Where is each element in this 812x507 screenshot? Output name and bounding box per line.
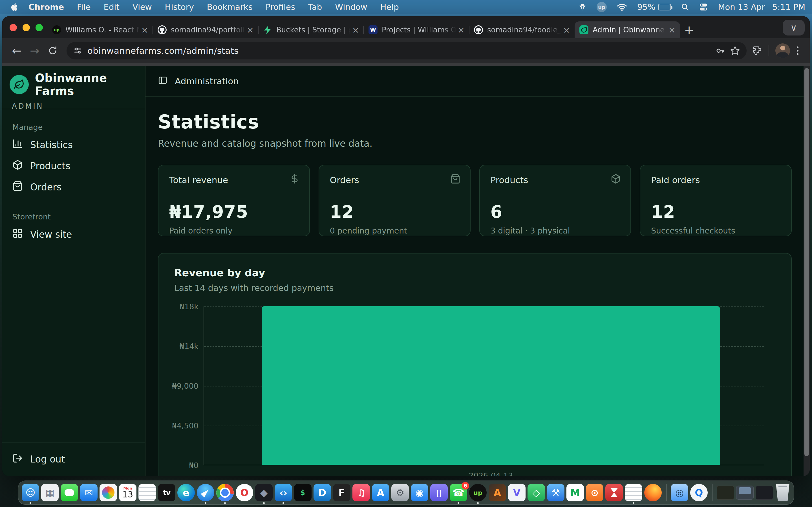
- wifi-icon[interactable]: [617, 3, 627, 11]
- tab-search-chevron-icon[interactable]: ∨: [783, 20, 805, 36]
- browser-tab[interactable]: W Projects | Williams Onua ×: [364, 21, 469, 38]
- minimize-window-button[interactable]: [22, 24, 30, 31]
- battery-indicator[interactable]: 95%: [637, 2, 671, 12]
- package-icon: [12, 160, 23, 172]
- mongodb-dock-icon[interactable]: M: [566, 484, 584, 501]
- shield-status-icon[interactable]: [578, 3, 587, 11]
- upwork-status-icon[interactable]: up: [597, 2, 607, 12]
- close-window-button[interactable]: [10, 24, 17, 31]
- safari-dock-icon[interactable]: [197, 484, 214, 501]
- xcode-dock-icon[interactable]: ⚒: [547, 484, 564, 501]
- minimized-window[interactable]: [717, 486, 734, 500]
- calendar-dock-icon[interactable]: Mon 13: [119, 484, 137, 501]
- sheets-dock-icon[interactable]: [625, 484, 642, 501]
- reload-button[interactable]: [45, 43, 61, 59]
- launchpad-dock-icon[interactable]: ▦: [41, 484, 59, 501]
- menu-item[interactable]: Bookmarks: [200, 2, 259, 12]
- facetime-dock-icon[interactable]: ◉: [411, 484, 428, 501]
- apple-menu-icon[interactable]: [11, 3, 18, 11]
- minimized-window[interactable]: [736, 486, 754, 500]
- vscode-dock-icon[interactable]: ‹›: [274, 484, 292, 501]
- passwords-key-icon[interactable]: [716, 46, 725, 55]
- chrome-dock-icon[interactable]: [216, 484, 234, 501]
- menu-item[interactable]: View: [126, 2, 158, 12]
- zoom-window-button[interactable]: [36, 24, 43, 31]
- tab-close-icon[interactable]: ×: [352, 25, 359, 35]
- y-axis-tick: ₦18k: [160, 302, 199, 311]
- tab-close-icon[interactable]: ×: [563, 25, 570, 35]
- finder-dock-icon[interactable]: ☺: [22, 484, 39, 501]
- menu-item[interactable]: Help: [374, 2, 405, 12]
- profile-avatar[interactable]: [775, 43, 790, 58]
- menu-item[interactable]: Edit: [97, 2, 126, 12]
- scrollbar-thumb[interactable]: [804, 68, 809, 456]
- whatsapp-dock-icon[interactable]: ☎ 6: [450, 484, 467, 501]
- edge-dock-icon[interactable]: e: [177, 484, 195, 501]
- stat-card-note: Paid orders only: [169, 226, 299, 235]
- control-center-icon[interactable]: [699, 3, 708, 11]
- app-store-dock-icon[interactable]: A: [372, 484, 389, 501]
- sidebar-nav-item[interactable]: View site: [10, 224, 138, 245]
- apple-tv-dock-icon[interactable]: tv: [158, 484, 175, 501]
- menu-item[interactable]: Profiles: [259, 2, 302, 12]
- sidebar-nav-item[interactable]: Products: [10, 156, 138, 177]
- browser-tab[interactable]: Admin | Obinwanne Farm ×: [574, 21, 680, 38]
- mail-dock-icon[interactable]: ✉: [80, 484, 98, 501]
- main-panel: Administration Statistics Revenue and ca…: [146, 66, 810, 476]
- menu-item[interactable]: Tab: [302, 2, 328, 12]
- address-bar[interactable]: obinwannefarms.com/admin/stats: [66, 42, 747, 59]
- back-button[interactable]: ←: [8, 43, 25, 59]
- menu-clock[interactable]: Mon 13 Apr 5:11 PM: [718, 2, 805, 12]
- tab-close-icon[interactable]: ×: [141, 25, 148, 35]
- quicktime-dock-icon[interactable]: Q: [690, 484, 708, 501]
- page-scrollbar[interactable]: [804, 66, 810, 476]
- hourglass-app-dock-icon[interactable]: [605, 484, 623, 501]
- sidebar-nav-item[interactable]: Statistics: [10, 134, 138, 156]
- extensions-puzzle-icon[interactable]: [752, 46, 762, 56]
- sims-dock-icon[interactable]: ◇: [527, 484, 545, 501]
- sidebar-toggle-icon[interactable]: [158, 75, 167, 87]
- asphalt-dock-icon[interactable]: A: [489, 484, 506, 501]
- v-app-dock-icon[interactable]: V: [508, 484, 525, 501]
- sidebar-nav-item[interactable]: Orders: [10, 177, 138, 198]
- menu-item[interactable]: History: [158, 2, 200, 12]
- tab-strip: up Williams O. - React Nati × somadina94…: [2, 16, 810, 38]
- browser-tab[interactable]: somadina94/foodie_wel ×: [469, 21, 574, 38]
- music-dock-icon[interactable]: ♫: [352, 484, 370, 501]
- minimized-window[interactable]: [756, 486, 773, 500]
- browser-toolbar: ← → obinwannefarms.com/admin/stats: [2, 38, 810, 63]
- logout-button[interactable]: Log out: [10, 449, 138, 470]
- iphone-mirroring-dock-icon[interactable]: ▯: [430, 484, 448, 501]
- notes-dock-icon[interactable]: [139, 484, 156, 501]
- docker-dock-icon[interactable]: D: [313, 484, 331, 501]
- menu-item[interactable]: Chrome: [22, 2, 70, 12]
- url-text[interactable]: obinwannefarms.com/admin/stats: [87, 46, 711, 56]
- menu-item[interactable]: File: [70, 2, 97, 12]
- site-settings-icon[interactable]: [73, 46, 82, 55]
- browser-tab[interactable]: Buckets | Storage | port ×: [258, 21, 364, 38]
- camo-dock-icon[interactable]: ◎: [671, 484, 688, 501]
- bookmark-star-icon[interactable]: [730, 46, 740, 55]
- obsidian-dock-icon[interactable]: ◆: [255, 484, 273, 501]
- figma-dock-icon[interactable]: F: [333, 484, 350, 501]
- postman-dock-icon[interactable]: ⊙: [586, 484, 603, 501]
- photos-dock-icon[interactable]: [100, 484, 117, 501]
- spotlight-search-icon[interactable]: [681, 3, 689, 11]
- forward-button[interactable]: →: [27, 43, 43, 59]
- trash-icon[interactable]: [775, 484, 790, 501]
- terminal-dock-icon[interactable]: $: [294, 484, 312, 501]
- upwork-dock-icon[interactable]: up: [469, 484, 487, 501]
- browser-tab[interactable]: somadina94/portfolio-w ×: [153, 21, 258, 38]
- chrome-menu-icon[interactable]: [792, 47, 804, 55]
- opera-dock-icon[interactable]: O: [236, 484, 253, 501]
- menu-item[interactable]: Window: [328, 2, 373, 12]
- system-settings-dock-icon[interactable]: ⚙: [391, 484, 409, 501]
- tab-close-icon[interactable]: ×: [668, 25, 675, 35]
- messages-dock-icon[interactable]: [61, 484, 78, 501]
- browser-tab[interactable]: up Williams O. - React Nati ×: [47, 21, 153, 38]
- page-content: Obinwanne Farms ADMIN Manage Statistics …: [2, 66, 810, 476]
- firefox-dock-icon[interactable]: [644, 484, 662, 501]
- tab-close-icon[interactable]: ×: [458, 25, 465, 35]
- new-tab-button[interactable]: +: [680, 21, 698, 38]
- tab-close-icon[interactable]: ×: [247, 25, 254, 35]
